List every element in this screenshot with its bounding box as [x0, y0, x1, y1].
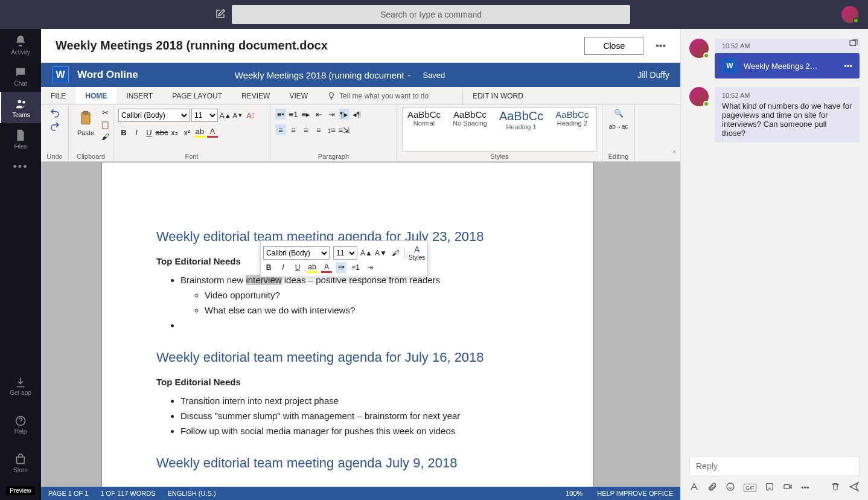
mini-highlight-icon[interactable]: ab: [307, 262, 318, 273]
undo-icon[interactable]: [49, 107, 60, 118]
rail-store[interactable]: Store: [0, 447, 41, 479]
mini-grow-font-icon[interactable]: A▲: [361, 248, 372, 258]
tab-view[interactable]: VIEW: [279, 87, 318, 104]
close-button[interactable]: Close: [584, 37, 643, 55]
edit-in-word[interactable]: EDIT IN WORD: [462, 87, 533, 104]
status-words[interactable]: 1 OF 117 WORDS: [100, 490, 155, 497]
mini-italic-icon[interactable]: I: [278, 262, 289, 273]
delete-icon[interactable]: [831, 482, 840, 493]
tab-insert[interactable]: INSERT: [116, 87, 162, 104]
replace-icon[interactable]: ab→ac: [613, 121, 624, 132]
list-item[interactable]: Discuss "summer slump" with management –…: [180, 409, 539, 422]
meet-now-icon[interactable]: [783, 482, 793, 493]
compose-icon[interactable]: [215, 8, 226, 21]
file-card[interactable]: W Weekly Meetings 2… •••: [715, 53, 860, 79]
paste-button[interactable]: Paste: [74, 107, 98, 138]
mini-numbering-icon[interactable]: ≡1: [350, 262, 361, 273]
collapse-ribbon-icon[interactable]: ˄: [672, 150, 677, 159]
justify-icon[interactable]: ≡: [313, 124, 324, 135]
subscript-icon[interactable]: x₂: [169, 127, 180, 138]
document-page[interactable]: Weekly editorial team meeting agenda for…: [101, 162, 594, 487]
special-indent-icon[interactable]: ≡⇲: [339, 124, 349, 135]
rail-chat[interactable]: Chat: [0, 60, 41, 92]
style-no-spacing[interactable]: AaBbCcNo Spacing: [448, 108, 492, 128]
status-language[interactable]: ENGLISH (U.S.): [168, 490, 216, 497]
bold-icon[interactable]: B: [118, 127, 129, 138]
list-item[interactable]: [180, 319, 539, 332]
cut-icon[interactable]: ✂: [100, 107, 110, 117]
send-icon[interactable]: [849, 481, 860, 494]
word-user-name[interactable]: Jill Duffy: [637, 70, 669, 80]
rail-help[interactable]: Help: [0, 409, 41, 440]
list-item[interactable]: Video opportunity?: [205, 289, 539, 301]
tab-page-layout[interactable]: PAGE LAYOUT: [162, 87, 232, 104]
grow-font-icon[interactable]: A▲: [220, 110, 231, 121]
mini-underline-icon[interactable]: U: [292, 262, 303, 273]
sticker-icon[interactable]: [765, 482, 774, 493]
attach-icon[interactable]: [707, 482, 717, 493]
tab-review[interactable]: REVIEW: [232, 87, 279, 104]
status-page[interactable]: PAGE 1 OF 1: [48, 490, 88, 497]
tab-file[interactable]: FILE: [41, 87, 75, 104]
mini-styles-button[interactable]: A Styles: [409, 245, 425, 261]
mini-indent-icon[interactable]: ⇥: [365, 262, 375, 273]
heading[interactable]: Weekly editorial team meeting agenda for…: [156, 348, 539, 367]
message-avatar[interactable]: [689, 39, 709, 58]
tell-me-search[interactable]: Tell me what you want to do: [318, 87, 438, 104]
find-icon[interactable]: 🔍: [613, 107, 624, 118]
rail-files[interactable]: Files: [0, 123, 41, 155]
align-left-icon[interactable]: ≡: [275, 124, 286, 135]
reply-input[interactable]: [689, 456, 860, 476]
style-normal[interactable]: AaBbCcNormal: [403, 108, 445, 128]
copy-icon[interactable]: 📋: [100, 120, 110, 129]
rtl-icon[interactable]: ◂¶: [351, 109, 362, 120]
file-more-icon[interactable]: •••: [844, 62, 852, 71]
list-item[interactable]: Follow up with social media manager for …: [180, 425, 539, 437]
mini-shrink-font-icon[interactable]: A▼: [375, 248, 386, 258]
list-item[interactable]: What else can we do with interviews?: [205, 304, 539, 316]
user-avatar[interactable]: [841, 6, 858, 23]
more-options-icon[interactable]: •••: [656, 40, 666, 51]
strikethrough-icon[interactable]: abc: [156, 127, 167, 138]
document-canvas[interactable]: Weekly editorial team meeting agenda for…: [41, 162, 680, 487]
multilevel-list-icon[interactable]: ≡▸: [301, 109, 311, 120]
search-input[interactable]: Search or type a command: [232, 5, 630, 24]
rail-getapp[interactable]: Get app: [0, 370, 41, 402]
decrease-indent-icon[interactable]: ⇤: [313, 109, 324, 120]
align-center-icon[interactable]: ≡: [288, 124, 299, 135]
line-spacing-icon[interactable]: ↕≡: [326, 124, 337, 135]
rail-more[interactable]: •••: [0, 155, 41, 179]
format-painter-icon[interactable]: 🖌: [100, 132, 110, 141]
mini-format-painter-icon[interactable]: 🖌: [390, 248, 401, 258]
mini-size-select[interactable]: 11: [333, 246, 357, 260]
clear-formatting-icon[interactable]: A⃠: [245, 110, 256, 121]
section-title[interactable]: Top Editorial Needs: [156, 376, 539, 388]
align-right-icon[interactable]: ≡: [301, 124, 311, 135]
underline-icon[interactable]: U: [144, 127, 155, 138]
redo-icon[interactable]: [49, 121, 60, 132]
list-item[interactable]: Brainstorm new interview ideas – positiv…: [180, 274, 539, 316]
ltr-icon[interactable]: ¶▸: [339, 109, 349, 120]
mini-font-color-icon[interactable]: A: [321, 262, 332, 273]
font-color-icon[interactable]: A: [207, 127, 218, 138]
mini-bold-icon[interactable]: B: [263, 262, 274, 273]
emoji-icon[interactable]: [726, 482, 735, 493]
highlight-icon[interactable]: ab: [194, 127, 205, 138]
message-avatar[interactable]: [689, 87, 709, 106]
style-heading-2[interactable]: AaBbCcHeading 2: [550, 108, 593, 128]
font-size-select[interactable]: 11: [191, 109, 218, 122]
rail-activity[interactable]: Activity: [0, 29, 41, 60]
status-zoom[interactable]: 100%: [566, 490, 582, 497]
more-compose-icon[interactable]: •••: [801, 483, 809, 492]
popout-icon[interactable]: [849, 39, 858, 50]
list-item[interactable]: Transition intern into next project phas…: [180, 394, 539, 407]
superscript-icon[interactable]: x²: [182, 127, 193, 138]
rail-teams[interactable]: Teams: [0, 92, 41, 123]
word-document-name[interactable]: Weekly Meetings 2018 (running document: [235, 70, 404, 80]
tab-home[interactable]: HOME: [75, 87, 116, 104]
mini-font-select[interactable]: Calibri (Body): [263, 246, 330, 260]
status-help-improve[interactable]: HELP IMPROVE OFFICE: [597, 490, 673, 497]
italic-icon[interactable]: I: [131, 127, 142, 138]
shrink-font-icon[interactable]: A▼: [232, 110, 243, 121]
increase-indent-icon[interactable]: ⇥: [326, 109, 337, 120]
